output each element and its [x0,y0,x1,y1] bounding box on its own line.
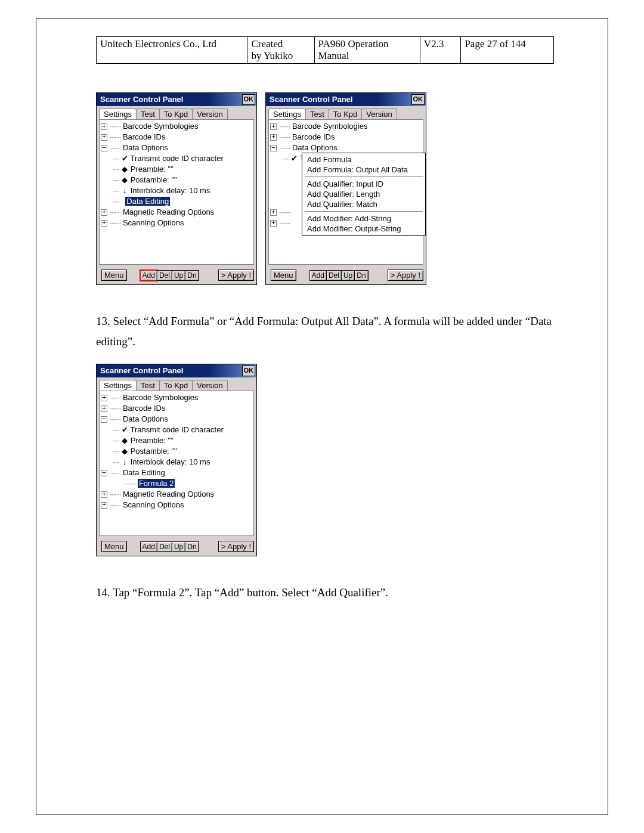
expand-icon[interactable]: + [270,123,277,130]
tree-item[interactable]: Preamble: "" [131,436,174,445]
tab-tokpd[interactable]: To Kpd [159,380,193,391]
button-bar: Menu Add Del Up Dn > Apply ! [97,267,256,284]
menu-item-qualifier-match[interactable]: Add Qualifier: Match [302,199,425,209]
tree-item[interactable]: Interblock delay: 10 ms [131,457,210,466]
ok-button[interactable]: OK [411,94,425,105]
tree-item[interactable]: Data Options [292,143,338,152]
tree-item[interactable]: Scanning Options [123,218,184,227]
ok-button[interactable]: OK [242,94,256,105]
tree-item[interactable]: Postamble: "" [131,175,177,184]
add-button[interactable]: Add [309,270,327,281]
page-frame: Unitech Electronics Co., Ltd Created by … [36,18,608,815]
up-button[interactable]: Up [172,270,185,281]
collapse-icon[interactable]: − [101,470,107,476]
settings-tree[interactable]: +······· Barcode Symbologies +······· Ba… [99,391,254,536]
menu-item-qualifier-input[interactable]: Add Qualifier: Input ID [302,179,425,189]
tab-tokpd[interactable]: To Kpd [159,109,193,119]
tab-strip: Settings Test To Kpd Version [266,106,426,119]
doc-title-line2: Manual [318,50,349,61]
tree-item[interactable]: Postamble: "" [131,447,177,456]
created-line2: by Yukiko [251,50,293,61]
tree-item[interactable]: Data Editing [123,468,165,477]
tab-settings[interactable]: Settings [99,109,137,119]
tree-item-selected[interactable]: Data Editing [125,197,170,206]
down-arrow-icon: ↓ [121,185,128,196]
tree-item[interactable]: Magnetic Reading Options [123,208,214,216]
settings-tree[interactable]: +······· Barcode Symbologies +······· Ba… [99,119,254,265]
diamond-icon: ◆ [121,435,128,446]
tab-version[interactable]: Version [192,109,227,119]
expand-icon[interactable]: + [101,491,107,498]
menu-item-modifier-outstr[interactable]: Add Modifier: Output-String [302,224,425,234]
check-icon: ✔ [121,153,128,164]
tab-settings[interactable]: Settings [99,380,137,391]
expand-icon[interactable]: + [101,134,107,141]
window-title: Scanner Control Panel [100,366,183,375]
menu-item-qualifier-length[interactable]: Add Qualifier: Length [302,189,425,199]
expand-icon[interactable]: + [101,123,107,130]
tree-item[interactable]: Barcode Symbologies [123,393,198,402]
window-titlebar: Scanner Control Panel OK [97,364,256,377]
tab-test[interactable]: Test [305,109,329,119]
expand-icon[interactable]: + [101,395,107,401]
tree-item[interactable]: Preamble: "" [131,165,174,174]
scanner-panel-2: Scanner Control Panel OK Settings Test T… [265,92,426,285]
scanner-panel-1: Scanner Control Panel OK Settings Test T… [96,92,257,285]
expand-icon[interactable]: + [101,502,107,509]
tree-item[interactable]: Barcode IDs [123,404,166,413]
menu-button[interactable]: Menu [101,541,127,552]
ok-button[interactable]: OK [242,366,256,376]
tree-item[interactable]: Magnetic Reading Options [123,490,214,498]
tree-item[interactable]: Data Options [123,143,168,152]
tab-tokpd[interactable]: To Kpd [329,109,362,119]
tree-item[interactable]: Scanning Options [123,500,184,509]
expand-icon[interactable]: + [101,405,107,412]
dn-button[interactable]: Dn [185,541,199,552]
menu-button[interactable]: Menu [101,270,127,281]
collapse-icon[interactable]: − [101,416,107,423]
tree-item[interactable]: Barcode IDs [123,132,166,141]
menu-item-add-formula[interactable]: Add Formula [302,154,425,165]
up-button[interactable]: Up [172,541,185,552]
collapse-icon[interactable]: − [101,145,107,151]
menu-item-add-formula-all[interactable]: Add Formula: Output All Data [302,165,425,175]
up-button[interactable]: Up [341,270,355,281]
tree-item[interactable]: Data Options [123,414,168,423]
del-button[interactable]: Del [157,541,172,552]
expand-icon[interactable]: + [101,220,107,227]
tree-item[interactable]: Barcode Symbologies [292,122,367,131]
menu-button[interactable]: Menu [271,270,296,281]
apply-button[interactable]: > Apply ! [218,541,254,552]
tab-version[interactable]: Version [192,380,227,391]
collapse-icon[interactable]: − [270,145,277,151]
tree-item-selected[interactable]: Formula 2 [138,479,175,488]
apply-button[interactable]: > Apply ! [218,270,254,281]
window-title: Scanner Control Panel [100,95,183,104]
del-button[interactable]: Del [326,270,342,281]
menu-item-modifier-addstr[interactable]: Add Modifier: Add-String [302,213,425,224]
dn-button[interactable]: Dn [354,270,368,281]
dn-button[interactable]: Dn [185,270,199,281]
expand-icon[interactable]: + [270,220,277,227]
add-button[interactable]: Add [140,270,157,281]
del-button[interactable]: Del [157,270,172,281]
expand-icon[interactable]: + [270,134,277,141]
tab-test[interactable]: Test [136,109,160,119]
tree-item[interactable]: Barcode IDs [292,132,335,141]
expand-icon[interactable]: + [270,209,277,216]
add-button[interactable]: Add [140,541,157,552]
diamond-icon: ◆ [121,164,128,175]
tree-item[interactable]: Interblock delay: 10 ms [131,186,210,195]
step-13-text: 13. Select “Add Formula” or “Add Formula… [96,311,554,352]
tab-version[interactable]: Version [361,109,397,119]
tree-item[interactable]: Barcode Symbologies [123,122,198,131]
diamond-icon: ◆ [121,175,128,185]
tab-test[interactable]: Test [136,380,160,391]
tree-item[interactable]: Transmit code ID character [130,154,223,163]
expand-icon[interactable]: + [101,209,107,216]
tab-settings[interactable]: Settings [268,109,306,119]
window-titlebar: Scanner Control Panel OK [266,93,426,106]
tree-item[interactable]: Transmit code ID character [130,425,223,434]
doc-title-line1: PA960 Operation [318,38,389,49]
apply-button[interactable]: > Apply ! [388,270,423,281]
